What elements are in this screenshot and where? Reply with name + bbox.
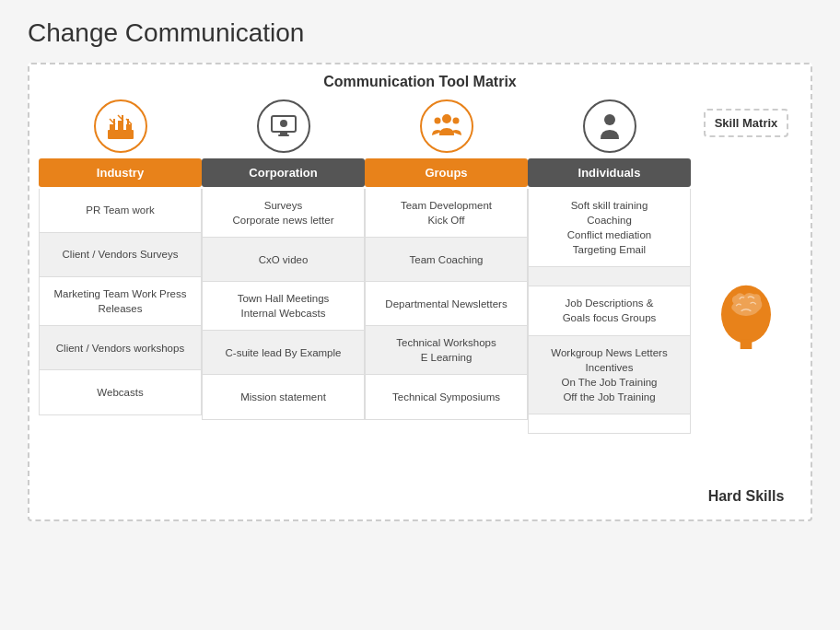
matrix-container: Communication Tool Matrix Industry (28, 63, 812, 521)
groups-cell-1: Team Coaching (366, 238, 527, 282)
corp-cell-0: SurveysCorporate news letter (203, 189, 364, 238)
svg-point-14 (442, 114, 451, 123)
svg-point-11 (280, 120, 287, 127)
col-corporation: Corporation SurveysCorporate news letter… (202, 99, 365, 420)
industry-icon-wrapper (94, 99, 147, 153)
monitor-icon (269, 111, 298, 141)
groups-cell-2: Departmental Newsletters (366, 282, 527, 326)
individuals-body: Soft skill training Coaching Conflict me… (528, 189, 691, 434)
col-individuals: Individuals Soft skill training Coaching… (528, 99, 691, 434)
col-groups: Groups Team DevelopmentKick Off Team Coa… (365, 99, 528, 420)
groups-icon-wrapper (420, 99, 473, 153)
people-icon (430, 111, 463, 141)
groups-header: Groups (365, 158, 528, 187)
industry-cell-2: Marketing Team Work Press Releases (40, 277, 201, 326)
person-icon (597, 111, 623, 141)
page-title: Change Communication (28, 18, 812, 48)
corp-cell-3: C-suite lead By Example (203, 331, 364, 375)
industry-body: PR Team work Client / Vendors Surveys Ma… (39, 189, 202, 415)
industry-cell-1: Client / Vendors Surveys (40, 233, 201, 277)
brain-icon (705, 274, 788, 357)
skill-matrix-label: Skill Matrix (704, 109, 789, 137)
industry-cell-0: PR Team work (40, 189, 201, 233)
individuals-header: Individuals (528, 158, 691, 187)
groups-cell-0: Team DevelopmentKick Off (366, 189, 527, 238)
svg-point-15 (434, 118, 440, 124)
brain-icon-wrapper (705, 274, 788, 361)
skill-matrix-label-wrapper: Skill Matrix (704, 109, 789, 146)
industry-cell-3: Client / Vendors workshops (40, 326, 201, 370)
corp-cell-2: Town Hall MeetingsInternal Webcasts (203, 282, 364, 331)
svg-point-16 (452, 118, 459, 124)
corp-cell-4: Mission statement (203, 375, 364, 419)
factory-icon (106, 111, 135, 141)
hard-skills-label: Hard Skills (708, 488, 785, 505)
corporation-header: Corporation (202, 158, 365, 187)
svg-rect-19 (741, 339, 752, 349)
columns-wrapper: Industry PR Team work Client / Vendors S… (39, 99, 801, 505)
industry-header: Industry (39, 158, 202, 187)
matrix-title: Communication Tool Matrix (39, 74, 801, 90)
indiv-cell-1 (529, 267, 690, 286)
svg-rect-13 (278, 134, 289, 136)
indiv-cell-3: Workgroup News Letters Incentives On The… (529, 336, 690, 414)
svg-point-17 (604, 114, 615, 125)
indiv-cell-2: Job Descriptions &Goals focus Groups (529, 286, 690, 335)
svg-rect-12 (280, 132, 287, 134)
col-industry: Industry PR Team work Client / Vendors S… (39, 99, 202, 415)
col-skill-matrix: Skill Matrix Hard Skills (691, 99, 801, 505)
groups-body: Team DevelopmentKick Off Team Coaching D… (365, 189, 528, 420)
indiv-cell-4 (529, 414, 690, 433)
indiv-cell-0: Soft skill training Coaching Conflict me… (529, 189, 690, 267)
corporation-body: SurveysCorporate news letter CxO video T… (202, 189, 365, 420)
industry-cell-4: Webcasts (40, 370, 201, 414)
groups-cell-4: Technical Symposiums (366, 375, 527, 419)
corporation-icon-wrapper (257, 99, 310, 153)
corp-cell-1: CxO video (203, 238, 364, 282)
individuals-icon-wrapper (583, 99, 636, 153)
groups-cell-3: Technical WorkshopsE Learning (366, 326, 527, 375)
